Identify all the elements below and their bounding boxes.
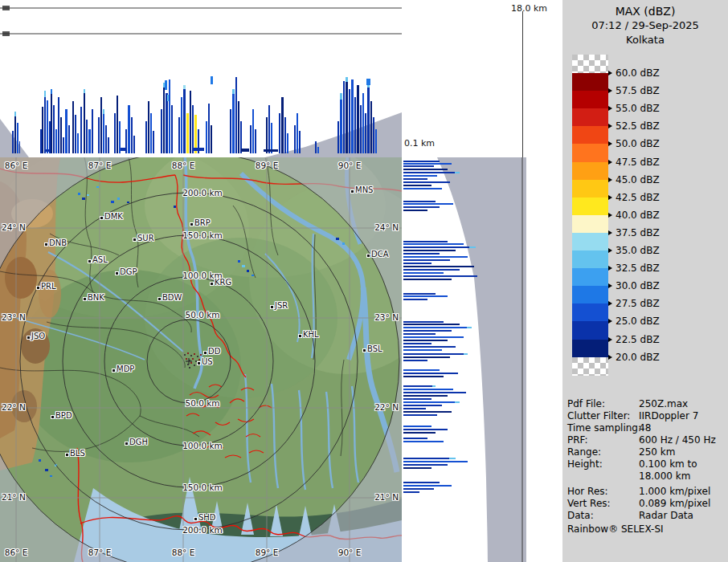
echo-bar xyxy=(403,426,431,427)
echo-bar xyxy=(370,101,372,153)
echo-bar xyxy=(403,253,440,255)
echo-bar xyxy=(279,113,280,153)
echo-bar xyxy=(403,272,444,274)
echo-bar xyxy=(317,147,319,153)
scale-label: 45.0 dBZ xyxy=(608,174,660,185)
city-marker-dot xyxy=(66,454,68,456)
info-label: Time sampling: xyxy=(567,422,641,434)
city-label: KHL xyxy=(303,330,319,340)
city-marker-dot xyxy=(363,349,366,352)
echo-bar xyxy=(403,429,448,430)
city-marker-dot xyxy=(100,217,103,219)
echo-bar xyxy=(171,105,173,153)
echo-bar xyxy=(108,137,109,153)
info-row: Vert Res:0.089 km/pixel xyxy=(567,498,611,510)
echo-bar xyxy=(12,131,14,153)
city-marker-dot xyxy=(204,352,207,354)
legend-band xyxy=(572,180,608,198)
scale-label-text: 37.5 dBZ xyxy=(616,227,660,238)
city-label: DMK xyxy=(104,212,123,222)
echo-bar xyxy=(351,79,354,153)
echo-bar xyxy=(403,295,448,297)
range-ring-label: 50.0 km xyxy=(185,398,219,408)
scale-tick-icon xyxy=(608,124,612,128)
echo-bar xyxy=(128,105,130,153)
longitude-label: 87° E xyxy=(88,548,112,557)
scale-label-text: 57.5 dBZ xyxy=(616,85,660,96)
echo-bar xyxy=(403,243,464,245)
echo-bar xyxy=(354,97,356,153)
echo-bar xyxy=(44,91,46,153)
scale-label-text: 45.0 dBZ xyxy=(616,174,660,185)
legend-band xyxy=(572,144,608,162)
echo-bar xyxy=(169,79,170,153)
scale-label: 22.5 dBZ xyxy=(608,334,660,345)
product-timestamp: 07:12 / 29-Sep-2025 xyxy=(562,19,728,31)
city-marker-dot xyxy=(37,287,39,289)
info-label: Pdf File: xyxy=(567,398,605,409)
scale-tick-icon xyxy=(608,337,612,342)
echo-float xyxy=(193,148,204,151)
echo-bar xyxy=(163,83,165,153)
city-label: JSO xyxy=(31,332,45,341)
echo-float xyxy=(44,149,49,152)
longitude-label: 86° E xyxy=(5,548,28,557)
city-marker-dot xyxy=(88,260,91,263)
echo-bar-cap xyxy=(467,327,472,328)
city-marker-dot xyxy=(211,283,213,285)
scale-tick-icon xyxy=(608,230,612,235)
echo-bar xyxy=(403,206,440,208)
echo-bar xyxy=(403,395,448,397)
echo-bar-cap xyxy=(346,77,348,82)
echo-bar xyxy=(284,117,286,153)
echo-bar-cap xyxy=(449,458,456,459)
echo-bar xyxy=(403,172,460,173)
echo-bar-cap xyxy=(455,172,460,173)
echo-bar xyxy=(403,360,427,361)
echo-bar xyxy=(403,491,419,493)
scale-label: 52.5 dBZ xyxy=(608,120,660,132)
scale-label-text: 50.0 dBZ xyxy=(616,138,660,149)
echo-bar xyxy=(403,333,436,335)
info-label: Hor Res: xyxy=(567,486,608,497)
axis-tick-mark xyxy=(2,6,10,10)
map-labels: 86° E86° E87° E87° E88° E88° E89° E89° E… xyxy=(0,157,402,562)
echo-bar xyxy=(145,121,147,153)
legend-band xyxy=(572,91,608,109)
echo-bar xyxy=(403,266,474,267)
city-marker-dot xyxy=(158,298,161,300)
scale-label: 42.5 dBZ xyxy=(608,192,660,203)
city-label: KRG xyxy=(215,278,231,287)
echo-bar xyxy=(403,210,427,211)
city-label: BRP xyxy=(194,218,211,228)
scale-tick-icon xyxy=(608,355,612,360)
scale-tick-icon xyxy=(608,88,612,93)
echo-bar xyxy=(403,299,427,300)
latitude-label: 22° N xyxy=(374,402,399,412)
range-ring-label: 50.0 km xyxy=(185,310,219,320)
echo-bar xyxy=(19,141,20,153)
software-credit: Rainbow® SELEX-SI xyxy=(567,523,664,535)
scale-label-text: 30.0 dBZ xyxy=(616,280,660,291)
info-value: 250 km xyxy=(639,446,675,458)
legend-band xyxy=(572,286,608,304)
echo-bar xyxy=(403,256,468,258)
legend-checker-top xyxy=(572,55,608,73)
legend-band xyxy=(572,250,608,269)
city-label: US xyxy=(202,357,213,367)
longitude-label: 86° E xyxy=(5,161,28,170)
scale-tick-icon xyxy=(608,266,612,271)
echo-bar xyxy=(403,259,450,261)
echo-bar xyxy=(190,91,191,153)
city-marker-dot xyxy=(351,190,354,193)
echo-bar xyxy=(86,120,88,153)
longitude-label: 88° E xyxy=(172,161,195,170)
city-label: DD xyxy=(208,347,220,356)
echo-float xyxy=(366,79,370,85)
echo-bar xyxy=(403,185,431,186)
info-value: 600 Hz / 450 Hz xyxy=(639,434,716,446)
echo-bar xyxy=(403,250,456,251)
info-row: Height:0.100 km to xyxy=(567,458,603,470)
echo-bar xyxy=(403,432,436,434)
city-marker-dot xyxy=(84,298,86,300)
